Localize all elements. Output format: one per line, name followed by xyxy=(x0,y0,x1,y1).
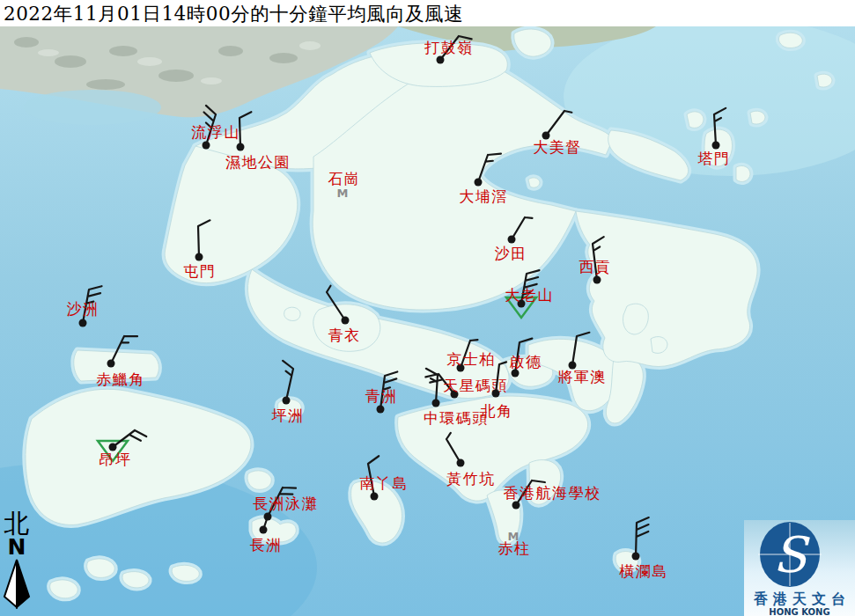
station-dot xyxy=(492,390,500,398)
station-label: 南丫島 xyxy=(359,474,409,492)
station-label: 沙洲 xyxy=(67,300,100,318)
station-label: 香港航海學校 xyxy=(504,484,601,502)
station-label: 中環碼頭 xyxy=(424,409,489,427)
station-dot xyxy=(107,360,115,368)
station-label: 北角 xyxy=(481,402,513,420)
north-hanzi-label: 北 xyxy=(1,510,33,537)
north-indicator: 北 N xyxy=(1,510,33,612)
hko-name-english: HONG KONG OBSERVATORY xyxy=(744,606,855,616)
title-bar: 2022年11月01日14時00分的十分鐘平均風向及風速 xyxy=(0,0,855,26)
station-dot xyxy=(432,400,440,407)
station-dot xyxy=(79,319,87,327)
station-label: 赤柱 xyxy=(498,539,531,557)
map-title: 2022年11月01日14時00分的十分鐘平均風向及風速 xyxy=(0,1,463,26)
station-dot xyxy=(457,459,465,467)
hko-logo-monogram: S xyxy=(773,526,811,583)
station-label: 長洲 xyxy=(250,536,283,554)
station-label: 大美督 xyxy=(533,138,582,156)
station-label: 沙田 xyxy=(495,245,527,262)
station-dot xyxy=(283,397,291,405)
station-dot xyxy=(237,143,245,151)
shenzhen-bay xyxy=(24,90,161,125)
missing-data-marker: M xyxy=(337,187,349,200)
station-label: 京士柏 xyxy=(446,350,496,368)
station-label: 青洲 xyxy=(365,387,398,405)
hong-kong-map: 打鼓嶺流浮山濕地公園大美督塔門M石崗大埔滘沙田西貢屯門沙洲大老山青衣赤鱲角京士柏… xyxy=(0,0,855,616)
station-label: 坪洲 xyxy=(272,407,305,424)
hko-logo: S 香港天文台 HONG KONG OBSERVATORY xyxy=(744,520,855,616)
station-label: 大埔滘 xyxy=(459,187,508,205)
station-dot xyxy=(593,276,601,284)
station-label: 石崗 xyxy=(328,170,361,187)
station-label: 濕地公園 xyxy=(225,153,291,171)
station-dot xyxy=(371,493,379,501)
station-label: 長洲泳灘 xyxy=(253,495,318,512)
station-label: 大老山 xyxy=(505,286,554,304)
station-dot xyxy=(712,142,720,150)
station-dot xyxy=(475,179,483,187)
station-label: 赤鱲角 xyxy=(96,370,145,388)
station-dot xyxy=(377,406,385,414)
station-dot xyxy=(437,56,445,64)
station-dot xyxy=(195,253,203,261)
north-letter-label: N xyxy=(1,537,33,558)
station-label: 將軍澳 xyxy=(557,368,607,385)
station-label: 打鼓嶺 xyxy=(424,39,474,56)
station-dot xyxy=(632,553,640,561)
hko-wind-map-page: 打鼓嶺流浮山濕地公園大美督塔門M石崗大埔滘沙田西貢屯門沙洲大老山青衣赤鱲角京士柏… xyxy=(0,0,855,616)
station-label: 黃竹坑 xyxy=(446,470,496,488)
station-label: 塔門 xyxy=(697,150,731,167)
station-label: 啟德 xyxy=(510,353,542,370)
station-dot xyxy=(260,526,268,534)
station-label: 青衣 xyxy=(328,326,361,344)
station-dot xyxy=(508,236,516,244)
north-arrow-icon xyxy=(1,558,33,609)
station-label: 昂坪 xyxy=(100,451,132,468)
station-dot xyxy=(342,317,350,325)
station-label: 流浮山 xyxy=(191,123,240,141)
hko-name-chinese: 香港天文台 xyxy=(744,591,855,606)
station-dot xyxy=(512,502,520,510)
station-label: 屯門 xyxy=(184,262,217,280)
station-dot xyxy=(203,142,210,150)
station-label: 橫瀾島 xyxy=(619,562,668,580)
station-label: 西貢 xyxy=(579,258,612,275)
hko-logo-emblem: S xyxy=(744,520,855,589)
